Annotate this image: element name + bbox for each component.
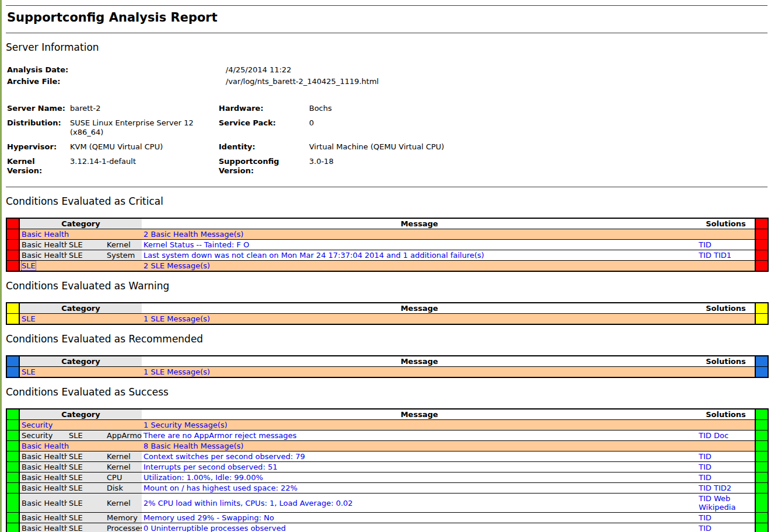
category-group-link[interactable]: Basic Health — [22, 230, 69, 239]
category-cell: Kernel — [105, 494, 142, 513]
severity-marker-cell — [6, 218, 19, 229]
message-cell: Interrupts per second observed: 51 — [142, 462, 697, 473]
solution-link[interactable]: Doc — [714, 431, 728, 440]
severity-marker-cell — [755, 494, 768, 513]
category-cell: SLE — [19, 261, 142, 272]
message-link[interactable]: Context switches per second observed: 79 — [143, 452, 305, 461]
meta-row: Archive File:/var/log/nts_barett-2_14042… — [7, 77, 379, 89]
category-cell: SLE — [67, 483, 105, 494]
solution-link[interactable]: Wikipedia — [699, 503, 735, 512]
solutions-cell — [697, 420, 755, 430]
meta-label: Archive File: — [7, 77, 226, 89]
field-value: KVM (QEMU Virtual CPU) — [70, 142, 219, 157]
category-cell: Kernel — [105, 462, 142, 473]
solution-link[interactable]: TID1 — [714, 251, 731, 260]
severity-marker-cell — [6, 452, 19, 462]
severity-marker-cell — [6, 250, 19, 261]
message-link[interactable]: Utilization: 1.00%, Idle: 99.00% — [143, 473, 263, 482]
severity-marker-cell — [6, 494, 19, 513]
field-value: 3.12.14-1-default — [70, 157, 219, 181]
message-link[interactable]: 0 Uninterruptible processes observed — [143, 524, 286, 532]
conditions-table-success: CategoryMessageSolutionsSecurity1 Securi… — [6, 408, 769, 532]
severity-marker-cell — [6, 513, 19, 523]
section-heading-critical: Conditions Evaluated as Critical — [6, 195, 768, 207]
table-row: Basic HealthSLEMemoryMemory used 29% - S… — [6, 513, 768, 523]
message-link[interactable]: 1 SLE Message(s) — [143, 368, 210, 376]
category-cell: System — [105, 250, 142, 261]
severity-marker-cell — [6, 420, 19, 430]
message-link[interactable]: 1 SLE Message(s) — [143, 314, 210, 323]
category-cell: Kernel — [105, 452, 142, 462]
category-cell: AppArmor — [105, 430, 142, 441]
category-group-link[interactable]: SLE — [22, 368, 36, 376]
severity-marker-cell — [6, 303, 19, 314]
category-group-link[interactable]: Basic Health — [22, 442, 69, 450]
table-row: Basic HealthSLEKernelInterrupts per seco… — [6, 462, 768, 473]
message-link[interactable]: Kernel Status -- Tainted: F O — [143, 240, 249, 249]
table-row: Basic HealthSLEKernelContext switches pe… — [6, 452, 768, 462]
message-link[interactable]: Last system down was not clean on Mon Ma… — [143, 251, 484, 260]
message-cell: 2 Basic Health Message(s) — [142, 229, 697, 240]
solutions-header: Solutions — [697, 356, 755, 367]
category-cell: SLE — [67, 523, 105, 532]
solution-link[interactable]: Web — [714, 494, 730, 503]
field-value: 3.0-18 — [309, 157, 444, 181]
category-cell: Basic Health — [19, 523, 67, 532]
message-cell: 1 SLE Message(s) — [142, 367, 697, 378]
table-row: SLE1 SLE Message(s) — [6, 314, 768, 325]
category-cell: Basic Health — [19, 250, 67, 261]
category-cell: SLE — [67, 430, 105, 441]
field-label: Supportconfig Version: — [219, 157, 309, 181]
message-link[interactable]: Interrupts per second observed: 51 — [143, 463, 278, 471]
category-group-link[interactable]: SLE — [22, 261, 36, 270]
severity-marker-cell — [755, 303, 768, 314]
solution-link[interactable]: TID — [699, 473, 712, 482]
server-details-row: Server Name:barett-2Hardware:Bochs — [7, 104, 444, 118]
solution-link[interactable]: TID — [699, 240, 712, 249]
field-label: Hardware: — [219, 104, 309, 118]
table-row: Basic HealthSLEKernel2% CPU load within … — [6, 494, 768, 513]
message-cell: 0 Uninterruptible processes observed — [142, 523, 697, 532]
message-link[interactable]: 2% CPU load within limits, CPUs: 1, Load… — [143, 499, 353, 508]
solution-link[interactable]: TID — [699, 251, 712, 260]
message-cell: Kernel Status -- Tainted: F O — [142, 240, 697, 250]
category-cell: Basic Health — [19, 483, 67, 494]
solution-link[interactable]: TID — [699, 463, 712, 471]
solutions-cell — [697, 261, 755, 272]
title-divider — [6, 33, 768, 33]
solution-link[interactable]: TID — [699, 513, 712, 522]
message-cell: Utilization: 1.00%, Idle: 99.00% — [142, 473, 697, 483]
solution-link[interactable]: TID2 — [714, 484, 731, 492]
severity-marker-cell — [6, 473, 19, 483]
category-cell: CPU — [105, 473, 142, 483]
message-link[interactable]: 2 SLE Message(s) — [143, 261, 210, 270]
category-group-link[interactable]: Security — [22, 421, 52, 429]
solution-link[interactable]: TID — [699, 431, 712, 440]
message-link[interactable]: 8 Basic Health Message(s) — [143, 442, 244, 450]
message-link[interactable]: 2 Basic Health Message(s) — [143, 230, 244, 239]
severity-marker-cell — [755, 513, 768, 523]
severity-marker-cell — [6, 229, 19, 240]
severity-marker-cell — [755, 523, 768, 532]
meta-value: /4/25/2014 11:22 — [226, 65, 379, 77]
severity-marker-cell — [6, 483, 19, 494]
category-group-link[interactable]: SLE — [22, 314, 36, 323]
message-link[interactable]: 1 Security Message(s) — [143, 421, 227, 429]
category-cell: Basic Health — [19, 513, 67, 523]
severity-marker-cell — [755, 452, 768, 462]
category-cell: Basic Health — [19, 229, 142, 240]
field-value: SUSE Linux Enterprise Server 12 (x86_64) — [70, 118, 219, 142]
message-link[interactable]: Mount on / has highest used space: 22% — [143, 484, 297, 492]
solution-link[interactable]: TID — [699, 524, 712, 532]
solution-link[interactable]: TID — [699, 452, 712, 461]
severity-marker-cell — [6, 240, 19, 250]
solutions-cell: TID TID2 — [697, 483, 755, 494]
severity-marker-cell — [755, 218, 768, 229]
solution-link[interactable]: TID — [699, 494, 712, 503]
message-link[interactable]: Memory used 29% - Swapping: No — [143, 513, 274, 522]
solutions-cell: TID — [697, 462, 755, 473]
solution-link[interactable]: TID — [699, 484, 712, 492]
message-link[interactable]: There are no AppArmor reject messages — [143, 431, 297, 440]
category-header: Category — [19, 303, 142, 314]
severity-marker-cell — [6, 409, 19, 420]
